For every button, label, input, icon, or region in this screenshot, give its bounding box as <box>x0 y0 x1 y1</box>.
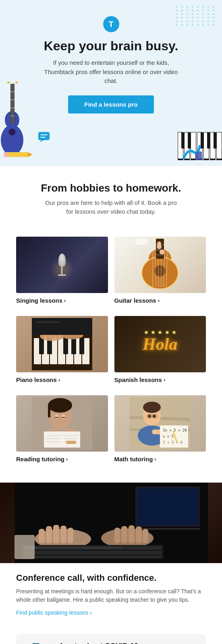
hero-subtitle: If you need to entertain yourself or the… <box>43 58 180 86</box>
svg-marker-15 <box>28 152 32 157</box>
find-speaking-link[interactable]: Find public speaking lessons › <box>16 609 92 616</box>
reading-label: Reading tutoring › <box>16 456 108 462</box>
svg-rect-11 <box>7 82 10 83</box>
svg-rect-72 <box>71 338 76 354</box>
reading-tutoring-item[interactable]: Reading tutoring › <box>16 395 108 462</box>
piano-image <box>16 316 108 372</box>
svg-point-88 <box>48 398 72 413</box>
hero-section: T Keep your brain busy. If you need to e… <box>0 0 222 166</box>
find-lessons-button[interactable]: Find a lessons pro <box>68 95 154 114</box>
svg-rect-14 <box>4 152 28 157</box>
spanish-lessons-item[interactable]: Hola Spanish lessons › <box>114 316 206 383</box>
svg-rect-132 <box>114 528 120 543</box>
svg-rect-126 <box>39 529 45 543</box>
lessons-row-1: Singing lessons › <box>16 237 206 304</box>
book-decoration <box>182 144 202 162</box>
svg-rect-148 <box>82 547 89 549</box>
guitar-lessons-item[interactable]: Guitar lessons › <box>114 237 206 304</box>
singing-label: Singing lessons › <box>16 297 108 304</box>
math-image: 3x + 5 = 20 x = 5 2 + 2 = 4 <box>114 395 206 452</box>
svg-point-108 <box>148 415 151 417</box>
svg-rect-149 <box>90 547 98 549</box>
conference-text: Presenting at meetings is hard enough. B… <box>16 587 206 604</box>
svg-rect-60 <box>136 239 148 245</box>
covid-icon <box>24 642 52 644</box>
singing-lessons-item[interactable]: Singing lessons › <box>16 237 108 304</box>
svg-rect-12 <box>15 82 18 83</box>
svg-rect-95 <box>44 431 80 448</box>
svg-rect-136 <box>143 529 148 543</box>
svg-rect-129 <box>60 526 66 543</box>
svg-point-90 <box>55 414 59 419</box>
svg-rect-71 <box>63 338 68 354</box>
conference-section: Conference call, with confidence. Presen… <box>0 483 222 626</box>
logo-letter: T <box>108 20 113 29</box>
dot-grid-decoration <box>176 6 216 26</box>
svg-point-107 <box>143 402 161 413</box>
lessons-row-3: Reading tutoring › <box>16 395 206 462</box>
svg-rect-102 <box>66 441 76 444</box>
conference-title: Conference call, with confidence. <box>16 573 206 583</box>
svg-rect-133 <box>121 526 127 543</box>
piano-lessons-item[interactable]: Piano lessons › <box>16 316 108 383</box>
svg-point-13 <box>9 129 15 135</box>
spanish-image: Hola <box>114 316 206 372</box>
conference-content: Conference call, with confidence. Presen… <box>0 563 222 626</box>
singing-image <box>16 237 108 293</box>
lessons-row-2: Piano lessons › Hola <box>16 316 206 383</box>
svg-point-58 <box>160 250 164 254</box>
svg-rect-123 <box>137 489 198 525</box>
svg-rect-142 <box>34 547 41 549</box>
covid-content: A note about COVID-19. Staying apart doe… <box>59 642 198 644</box>
reading-image <box>16 395 108 452</box>
svg-rect-150 <box>98 547 106 549</box>
svg-marker-39 <box>39 140 44 142</box>
conference-image <box>0 483 222 563</box>
math-label: Math tutoring › <box>114 456 206 462</box>
hobbies-subtitle: Our pros are here to help with all of it… <box>43 198 180 217</box>
svg-rect-130 <box>68 528 73 543</box>
svg-rect-89 <box>48 405 50 417</box>
svg-rect-151 <box>106 547 114 549</box>
svg-rect-36 <box>214 132 217 149</box>
svg-rect-145 <box>58 547 65 549</box>
piano-label: Piano lessons › <box>16 376 108 383</box>
covid-section: A note about COVID-19. Staying apart doe… <box>16 634 206 644</box>
svg-rect-128 <box>53 525 59 543</box>
spanish-label: Spanish lessons › <box>114 376 206 383</box>
svg-rect-127 <box>46 526 52 543</box>
covid-title: A note about COVID-19. <box>59 642 198 644</box>
svg-rect-139 <box>25 551 162 554</box>
svg-rect-16 <box>4 152 7 157</box>
logo: T <box>103 16 119 32</box>
svg-point-109 <box>153 415 156 417</box>
guitar-image <box>114 237 206 293</box>
svg-rect-85 <box>36 321 60 323</box>
chat-bubble-decoration <box>38 132 50 144</box>
svg-rect-73 <box>79 338 84 354</box>
svg-rect-152 <box>114 547 122 549</box>
svg-text:x = 5: x = 5 <box>163 434 174 438</box>
svg-rect-35 <box>207 132 210 149</box>
svg-rect-143 <box>42 547 49 549</box>
hero-title: Keep your brain busy. <box>44 39 178 54</box>
lessons-grid: Singing lessons › <box>0 237 222 483</box>
guitar-label: Guitar lessons › <box>114 297 206 304</box>
math-tutoring-item[interactable]: 3x + 5 = 20 x = 5 2 + 2 = 4 Math tutorin… <box>114 395 206 462</box>
svg-point-91 <box>61 414 65 419</box>
svg-text:2 + 2 = 4: 2 + 2 = 4 <box>163 440 183 444</box>
svg-point-59 <box>157 242 161 246</box>
svg-rect-84 <box>32 318 92 335</box>
hobbies-title: From hobbies to homework. <box>16 182 206 194</box>
svg-rect-146 <box>66 547 73 549</box>
svg-rect-140 <box>25 556 162 558</box>
svg-rect-147 <box>74 547 81 549</box>
svg-rect-69 <box>39 338 44 354</box>
svg-rect-134 <box>129 525 135 543</box>
svg-rect-38 <box>38 132 50 140</box>
guitar-decoration <box>0 76 36 166</box>
hobbies-section: From hobbies to homework. Our pros are h… <box>0 166 222 237</box>
svg-text:3x + 5 = 20: 3x + 5 = 20 <box>163 428 187 432</box>
svg-rect-144 <box>50 547 57 549</box>
svg-rect-135 <box>136 526 142 543</box>
